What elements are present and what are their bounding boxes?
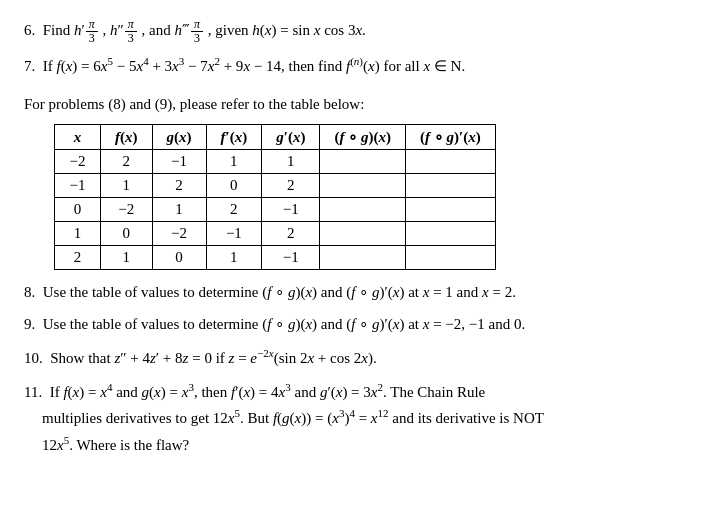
problem-6-h-prime: h′π3 bbox=[74, 22, 103, 38]
col-header-fpx: f′(x) bbox=[206, 125, 262, 150]
problem-11-line1: 11. If f(x) = x4 and g(x) = x3, then f′(… bbox=[24, 378, 699, 405]
problem-7-text: 7. If f(x) = 6x5 − 5x4 + 3x3 − 7x2 + 9x … bbox=[24, 58, 465, 74]
for-problems-statement: For problems (8) and (9), please refer t… bbox=[24, 92, 699, 116]
col-header-gx: g(x) bbox=[152, 125, 206, 150]
values-table: x f(x) g(x) f′(x) g′(x) (f ∘ g)(x) (f ∘ … bbox=[54, 124, 496, 270]
problem-10: 10. Show that z″ + 4z′ + 8z = 0 if z = e… bbox=[24, 344, 699, 371]
problem-6-number: 6. Find bbox=[24, 22, 74, 38]
col-header-fog: (f ∘ g)(x) bbox=[320, 125, 406, 150]
table-row: 1 0 −2 −1 2 bbox=[55, 222, 496, 246]
problem-11: 11. If f(x) = x4 and g(x) = x3, then f′(… bbox=[24, 378, 699, 458]
table-row: 2 1 0 1 −1 bbox=[55, 246, 496, 270]
problem-6: 6. Find h′π3 , h″π3 , and h‴π3 , given h… bbox=[24, 18, 699, 45]
problem-10-text: 10. Show that z″ + 4z′ + 8z = 0 if z = e… bbox=[24, 350, 377, 366]
table-row: −2 2 −1 1 1 bbox=[55, 150, 496, 174]
problem-9: 9. Use the table of values to determine … bbox=[24, 312, 699, 337]
col-header-fogp: (f ∘ g)′(x) bbox=[405, 125, 495, 150]
problem-8: 8. Use the table of values to determine … bbox=[24, 280, 699, 305]
problem-6-h-triple-prime: h‴π3 bbox=[175, 22, 208, 38]
col-header-x: x bbox=[55, 125, 101, 150]
table-row: −1 1 2 0 2 bbox=[55, 174, 496, 198]
col-header-fx: f(x) bbox=[101, 125, 153, 150]
problem-11-line2: multiplies derivatives to get 12x5. But … bbox=[42, 404, 699, 431]
problem-7: 7. If f(x) = 6x5 − 5x4 + 3x3 − 7x2 + 9x … bbox=[24, 53, 699, 78]
problem-11-line3: 12x5. Where is the flaw? bbox=[42, 431, 699, 458]
problem-6-h-double-prime: h″π3 bbox=[110, 22, 142, 38]
col-header-gpx: g′(x) bbox=[262, 125, 320, 150]
table-row: 0 −2 1 2 −1 bbox=[55, 198, 496, 222]
problem-9-text: 9. Use the table of values to determine … bbox=[24, 316, 525, 332]
problem-8-text: 8. Use the table of values to determine … bbox=[24, 284, 516, 300]
